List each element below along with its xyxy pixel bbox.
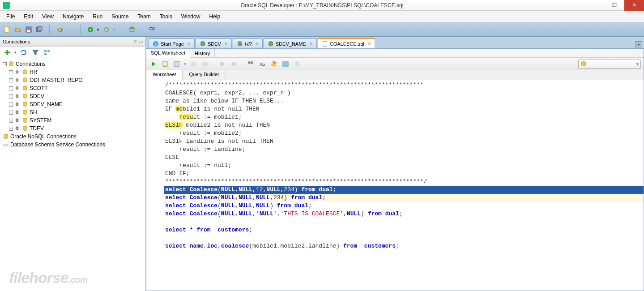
svg-rect-58 <box>191 62 196 66</box>
rollback-icon[interactable] <box>218 60 226 68</box>
sql-icon[interactable] <box>128 25 136 34</box>
code-line[interactable]: same as like below IF THEN ELSE... <box>164 97 644 105</box>
svg-point-62 <box>248 61 251 64</box>
explain-icon[interactable] <box>172 60 181 68</box>
redo-icon[interactable] <box>66 25 75 34</box>
tree-extra-1[interactable]: Database Schema Service Connections <box>1 141 145 149</box>
subtab-history[interactable]: History <box>190 49 215 58</box>
menu-edit[interactable]: Edit <box>20 12 37 21</box>
tree-item-system[interactable]: +SYSTEM <box>1 116 145 124</box>
connection-selector[interactable]: ▾ <box>578 60 641 68</box>
code-line[interactable]: result := mobile2; <box>164 129 644 137</box>
tab-coalesce-sql[interactable]: COALESCE.sql✕ <box>318 38 375 48</box>
clear-icon[interactable] <box>269 60 278 68</box>
code-line[interactable]: ELSE <box>164 154 644 162</box>
save-icon[interactable] <box>24 25 33 34</box>
code-line[interactable]: result := mobile1; <box>164 113 644 121</box>
code-line[interactable]: select Coalesce(NULL,NULL,12,NULL,234) f… <box>164 186 644 194</box>
tab-hr[interactable]: HR✕ <box>233 39 263 48</box>
code-line[interactable] <box>164 234 644 242</box>
refresh-icon[interactable] <box>19 48 28 57</box>
code-line[interactable]: /***************************************… <box>164 81 644 89</box>
subtab-sql-worksheet[interactable]: SQL Worksheet <box>146 49 190 58</box>
explain-dropdown-icon[interactable]: ▾ <box>184 62 186 66</box>
tree-item-sdev[interactable]: +SDEV <box>1 92 145 100</box>
worksheet-subtabs: SQL WorksheetHistory <box>146 49 644 58</box>
connections-tree[interactable]: −Connections+HR+ODI_MASTER_REPO+SCOTT+SD… <box>0 58 145 150</box>
tree-item-sdev_name[interactable]: +SDEV_NAME <box>1 100 145 108</box>
tree-item-sh[interactable]: +SH <box>1 108 145 116</box>
bookmark-icon[interactable] <box>293 60 302 68</box>
undo-icon[interactable] <box>55 25 64 34</box>
forward-dropdown-icon[interactable]: ▾ <box>113 26 116 33</box>
code-line[interactable]: COALESCE( expr1, expr2, ... expr_n ) <box>164 89 644 97</box>
add-dropdown-icon[interactable]: ▾ <box>14 50 17 55</box>
menu-window[interactable]: Window <box>178 12 204 21</box>
add-connection-icon[interactable] <box>3 48 12 57</box>
minimize-button[interactable]: — <box>585 0 605 11</box>
tree-item-odi_master_repo[interactable]: +ODI_MASTER_REPO <box>1 76 145 84</box>
code-line[interactable]: ELSIF landline is not null THEN <box>164 137 644 146</box>
tabs-overflow-icon[interactable]: ▾ <box>635 41 642 48</box>
code-line[interactable]: ****************************************… <box>164 178 644 186</box>
find-icon[interactable] <box>148 25 157 34</box>
code-line[interactable]: END IF; <box>164 170 644 178</box>
menu-tools[interactable]: Tools <box>156 12 176 21</box>
menu-file[interactable]: File <box>3 12 18 21</box>
commit-icon[interactable] <box>200 60 209 68</box>
tree-item-scott[interactable]: +SCOTT <box>1 84 145 92</box>
code-line[interactable]: select name,loc,coalesce(mobile1,mobile2… <box>164 242 644 250</box>
code-line[interactable]: select * from customers; <box>164 226 644 234</box>
tree-item-hr[interactable]: +HR <box>1 68 145 76</box>
tree-item-tdev[interactable]: +TDEV <box>1 124 145 133</box>
menu-team[interactable]: Team <box>134 12 154 21</box>
code-line[interactable]: select Coalesce(NULL,NULL,NULL,234) from… <box>164 194 644 202</box>
tree-root[interactable]: −Connections <box>1 60 145 68</box>
tab-start-page[interactable]: ?Start Page✕ <box>149 39 195 48</box>
saveall-icon[interactable] <box>35 25 44 34</box>
tab-close-icon[interactable]: ✕ <box>187 41 191 46</box>
run-icon[interactable] <box>149 60 158 68</box>
case-icon[interactable]: Aa <box>258 60 267 68</box>
menu-source[interactable]: Source <box>108 12 132 21</box>
menu-help[interactable]: Help <box>205 12 224 21</box>
format-icon[interactable] <box>246 60 255 68</box>
ws-tab-query-builder[interactable]: Query Builder <box>183 70 226 80</box>
code-line[interactable]: IF mobile1 is not null THEN <box>164 105 644 113</box>
new-icon[interactable] <box>3 25 12 34</box>
run-script-icon[interactable] <box>161 60 170 68</box>
menu-view[interactable]: View <box>38 12 57 21</box>
unshared-icon[interactable] <box>229 60 238 68</box>
menu-run[interactable]: Run <box>89 12 106 21</box>
filter-icon[interactable] <box>31 48 40 57</box>
history-icon[interactable] <box>281 60 290 68</box>
tab-close-icon[interactable]: ✕ <box>309 41 313 46</box>
panel-minimize-icon[interactable]: ▭ <box>139 39 143 44</box>
sql-editor[interactable]: /***************************************… <box>164 80 644 291</box>
back-nav-icon[interactable] <box>86 25 95 34</box>
menu-navigate[interactable]: Navigate <box>59 12 87 21</box>
ws-tab-worksheet[interactable]: Worksheet <box>146 70 183 80</box>
editor-gutter <box>146 80 164 291</box>
code-line[interactable] <box>164 218 644 226</box>
tab-sdev_name[interactable]: SDEV_NAME✕ <box>264 39 317 48</box>
detail-icon[interactable] <box>43 48 51 57</box>
back-dropdown-icon[interactable]: ▾ <box>97 26 100 33</box>
code-line[interactable]: ELSIF mobile2 is not null THEN <box>164 121 644 129</box>
autotrace-icon[interactable] <box>189 60 198 68</box>
tab-sdev[interactable]: SDEV✕ <box>196 39 232 48</box>
tree-extra-0[interactable]: Oracle NoSQL Connections <box>1 133 145 141</box>
code-line[interactable]: result := landline; <box>164 146 644 154</box>
tab-close-icon[interactable]: ✕ <box>224 41 228 46</box>
code-line[interactable]: select Coalesce(NULL,NULL,'NULL','THIS I… <box>164 210 644 218</box>
code-line[interactable]: result := null; <box>164 162 644 170</box>
tab-close-icon[interactable]: ✕ <box>255 41 259 46</box>
panel-close-icon[interactable]: ✕ <box>133 39 137 44</box>
connections-toolbar: ▾ <box>0 47 145 58</box>
tab-close-icon[interactable]: ✕ <box>367 41 371 46</box>
forward-nav-icon[interactable] <box>102 25 111 34</box>
open-icon[interactable] <box>13 25 22 34</box>
code-line[interactable]: select Coalesce(NULL,NULL,NULL) from dua… <box>164 202 644 210</box>
close-button[interactable]: ✕ <box>624 0 644 11</box>
maximize-button[interactable]: ❐ <box>605 0 624 11</box>
